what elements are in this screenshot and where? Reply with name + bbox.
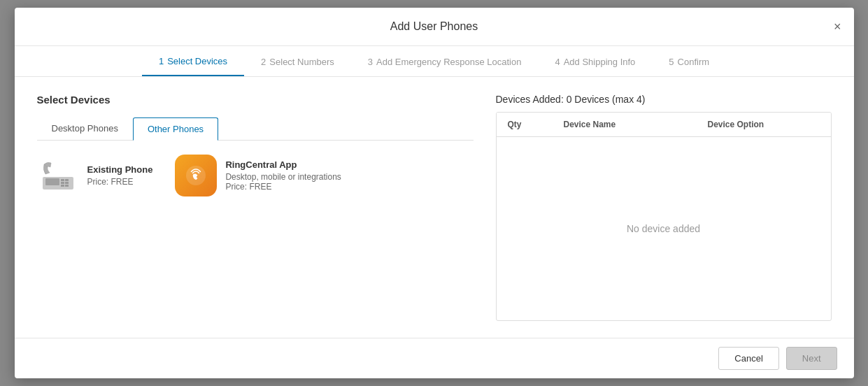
svg-rect-1 xyxy=(45,178,59,185)
col-qty-header: Qty xyxy=(508,120,564,129)
step-2-num: 2 xyxy=(261,57,266,67)
step-3-label: Add Emergency Response Location xyxy=(376,57,521,67)
modal-overlay: Add User Phones × 1 Select Devices 2 Sel… xyxy=(0,0,868,386)
svg-rect-7 xyxy=(65,185,69,187)
step-1-num: 1 xyxy=(159,56,164,66)
existing-phone-icon xyxy=(37,155,79,196)
col-option-header: Device Option xyxy=(708,120,820,129)
step-2[interactable]: 2 Select Numbers xyxy=(244,57,351,76)
tab-other-phones[interactable]: Other Phones xyxy=(133,117,218,141)
step-4[interactable]: 4 Add Shipping Info xyxy=(538,57,652,76)
step-4-label: Add Shipping Info xyxy=(564,57,636,67)
table-header: Qty Device Name Device Option xyxy=(497,113,831,137)
close-button[interactable]: × xyxy=(834,20,841,33)
col-name-header: Device Name xyxy=(564,120,708,129)
devices-list: Existing Phone Price: FREE xyxy=(37,141,474,210)
ringcentral-app-name: RingCentral App xyxy=(225,159,341,170)
step-5-label: Confirm xyxy=(678,57,710,67)
content-area: Select Devices Desktop Phones Other Phon… xyxy=(37,94,832,321)
modal-header: Add User Phones × xyxy=(15,8,854,46)
next-button[interactable]: Next xyxy=(786,347,837,370)
modal-footer: Cancel Next xyxy=(15,338,854,378)
tab-desktop-phones[interactable]: Desktop Phones xyxy=(37,117,133,140)
step-2-label: Select Numbers xyxy=(269,57,334,67)
device-item-existing-phone[interactable]: Existing Phone Price: FREE xyxy=(37,155,153,196)
step-1-label: Select Devices xyxy=(167,56,227,66)
existing-phone-info: Existing Phone Price: FREE xyxy=(87,164,153,187)
svg-rect-4 xyxy=(61,182,64,184)
devices-table: Qty Device Name Device Option No device … xyxy=(496,112,832,321)
ringcentral-app-subtitle: Desktop, mobile or integrations xyxy=(225,172,341,182)
table-body: No device added xyxy=(497,137,831,320)
ringcentral-phone-svg-icon xyxy=(183,163,208,188)
step-5-num: 5 xyxy=(669,57,674,67)
left-panel: Select Devices Desktop Phones Other Phon… xyxy=(37,94,474,321)
cancel-button[interactable]: Cancel xyxy=(718,347,778,370)
device-item-ringcentral-app[interactable]: RingCentral App Desktop, mobile or integ… xyxy=(175,155,341,196)
step-1[interactable]: 1 Select Devices xyxy=(142,56,244,76)
ringcentral-app-info: RingCentral App Desktop, mobile or integ… xyxy=(225,159,341,192)
ringcentral-app-icon-container xyxy=(175,155,217,196)
right-panel: Devices Added: 0 Devices (max 4) Qty Dev… xyxy=(496,94,832,321)
step-3[interactable]: 3 Add Emergency Response Location xyxy=(351,57,539,76)
step-3-num: 3 xyxy=(368,57,373,67)
modal-body: Select Devices Desktop Phones Other Phon… xyxy=(15,77,854,338)
modal-title: Add User Phones xyxy=(390,20,478,33)
stepper: 1 Select Devices 2 Select Numbers 3 Add … xyxy=(15,46,854,77)
desk-phone-svg-icon xyxy=(40,157,76,194)
existing-phone-name: Existing Phone xyxy=(87,164,153,175)
ringcentral-app-price: Price: FREE xyxy=(225,182,341,192)
svg-rect-3 xyxy=(65,179,69,181)
modal-container: Add User Phones × 1 Select Devices 2 Sel… xyxy=(15,8,854,378)
step-5[interactable]: 5 Confirm xyxy=(652,57,726,76)
no-device-message: No device added xyxy=(627,223,700,234)
existing-phone-price: Price: FREE xyxy=(87,177,153,187)
svg-rect-5 xyxy=(65,182,69,184)
svg-rect-2 xyxy=(61,179,64,181)
step-4-num: 4 xyxy=(555,57,560,67)
devices-added-label: Devices Added: 0 Devices (max 4) xyxy=(496,94,832,105)
tabs-row: Desktop Phones Other Phones xyxy=(37,117,474,141)
svg-rect-6 xyxy=(61,185,64,187)
section-title: Select Devices xyxy=(37,94,474,106)
ringcentral-icon xyxy=(175,155,217,196)
